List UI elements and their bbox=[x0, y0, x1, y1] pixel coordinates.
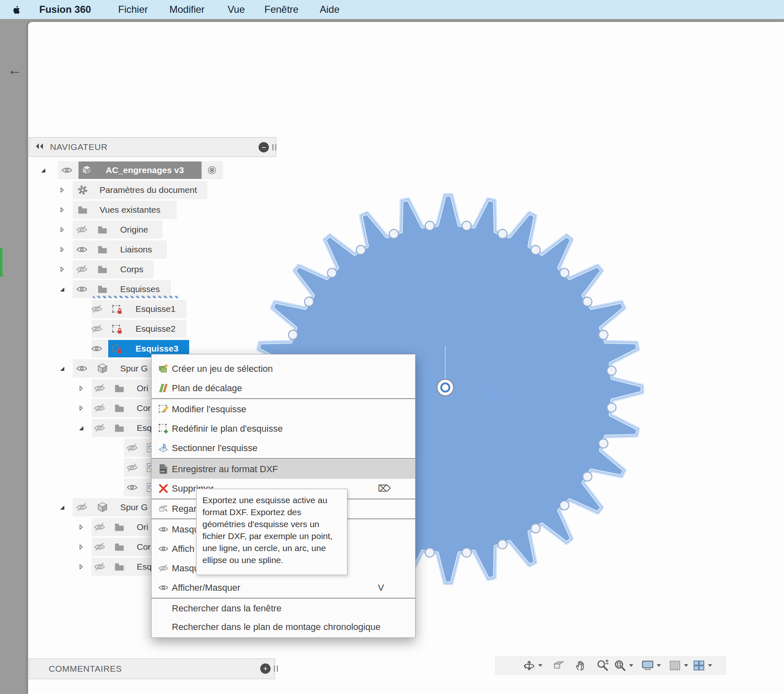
menubar-app-name[interactable]: Fusion 360 bbox=[39, 0, 91, 19]
tooth-root-relief-circle[interactable] bbox=[304, 297, 314, 306]
tooth-root-relief-circle[interactable] bbox=[390, 229, 399, 238]
menubar-item-modifier[interactable]: Modifier bbox=[169, 0, 204, 19]
menubar-item-vue[interactable]: Vue bbox=[228, 0, 245, 19]
expanded-triangle-icon[interactable] bbox=[57, 497, 67, 517]
tooth-root-relief-circle[interactable] bbox=[560, 269, 569, 278]
tooth-root-relief-circle[interactable] bbox=[583, 297, 592, 306]
tooltip-text-line: ellipse ou une spline. bbox=[202, 554, 341, 566]
comments-panel-header[interactable]: COMMENTAIRES + bbox=[29, 658, 275, 679]
sketch-origin-center[interactable] bbox=[441, 383, 449, 392]
visibility-eye-icon[interactable] bbox=[75, 279, 88, 299]
tooth-root-relief-circle[interactable] bbox=[425, 221, 434, 231]
tooth-root-relief-circle[interactable] bbox=[498, 540, 507, 549]
tree-row-paramtresdudocument[interactable]: Paramètres du document bbox=[0, 180, 289, 200]
expanded-triangle-icon[interactable] bbox=[57, 279, 67, 299]
visibility-eye-off-icon[interactable] bbox=[93, 557, 106, 577]
look-at-button[interactable] bbox=[551, 658, 567, 673]
tooth-root-relief-circle[interactable] bbox=[462, 221, 471, 231]
tree-row-esquisse2[interactable]: Esquisse2 bbox=[0, 319, 289, 339]
visibility-eye-off-icon[interactable] bbox=[126, 458, 139, 478]
visibility-eye-off-icon[interactable] bbox=[93, 517, 106, 537]
tree-row-acengrenagesv3[interactable]: AC_engrenages v3 bbox=[0, 160, 289, 180]
visibility-eye-off-icon[interactable] bbox=[93, 418, 106, 438]
expanded-triangle-icon[interactable] bbox=[76, 418, 86, 438]
tooth-root-relief-circle[interactable] bbox=[607, 366, 616, 375]
tooth-root-relief-circle[interactable] bbox=[599, 330, 608, 340]
zoom-button[interactable] bbox=[594, 658, 611, 673]
tooth-root-relief-circle[interactable] bbox=[583, 472, 592, 481]
comments-grip-handle[interactable] bbox=[274, 665, 278, 672]
menu-item-rechercher-dans-la-fen-tre[interactable]: Rechercher dans la fenêtre bbox=[152, 599, 415, 618]
collapse-panel-arrows-icon[interactable] bbox=[34, 143, 45, 152]
menubar-item-aide[interactable]: Aide bbox=[320, 0, 340, 19]
menubar-item-fichier[interactable]: Fichier bbox=[118, 0, 148, 19]
tooth-root-relief-circle[interactable] bbox=[356, 245, 365, 254]
tooth-root-relief-circle[interactable] bbox=[425, 548, 434, 557]
collapsed-chevron-icon[interactable] bbox=[76, 398, 86, 418]
collapsed-chevron-icon[interactable] bbox=[57, 200, 67, 220]
expanded-triangle-icon[interactable] bbox=[38, 160, 48, 180]
visibility-eye-off-icon[interactable] bbox=[90, 319, 103, 339]
tooth-root-relief-circle[interactable] bbox=[462, 548, 471, 557]
display-settings-button[interactable] bbox=[639, 658, 663, 673]
activate-component-radio[interactable] bbox=[206, 160, 218, 180]
sketch-lock-icon bbox=[111, 299, 123, 319]
visibility-eye-off-icon[interactable] bbox=[75, 259, 88, 279]
add-comment-button[interactable]: + bbox=[260, 663, 271, 674]
tree-row-corps[interactable]: Corps bbox=[0, 259, 289, 279]
collapsed-chevron-icon[interactable] bbox=[76, 517, 86, 537]
menubar-item-fentre[interactable]: Fenêtre bbox=[264, 0, 299, 19]
orbit-button[interactable] bbox=[520, 658, 544, 673]
menu-item-sectionner-l-esquisse[interactable]: Sectionner l'esquisse bbox=[152, 438, 415, 458]
visibility-eye-icon[interactable] bbox=[75, 240, 88, 259]
tooth-root-relief-circle[interactable] bbox=[531, 524, 540, 533]
tree-row-vuesexistantes[interactable]: Vues existantes bbox=[0, 200, 289, 220]
menu-item-plan-de-d-calage[interactable]: Plan de décalage bbox=[152, 378, 415, 398]
collapsed-chevron-icon[interactable] bbox=[57, 180, 67, 200]
grid-settings-button[interactable] bbox=[666, 658, 690, 673]
visibility-eye-off-icon[interactable] bbox=[90, 299, 103, 319]
collapsed-chevron-icon[interactable] bbox=[76, 557, 86, 577]
collapse-navigator-button[interactable]: − bbox=[259, 142, 269, 152]
tooth-root-relief-circle[interactable] bbox=[607, 403, 616, 412]
visibility-eye-icon[interactable] bbox=[90, 339, 103, 359]
menu-item-afficher-masquer[interactable]: Afficher/MasquerV bbox=[152, 578, 415, 597]
visibility-eye-icon[interactable] bbox=[126, 478, 139, 497]
pan-button[interactable] bbox=[573, 658, 589, 673]
collapsed-chevron-icon[interactable] bbox=[76, 537, 86, 557]
tooth-root-relief-circle[interactable] bbox=[599, 439, 608, 448]
visibility-eye-off-icon[interactable] bbox=[93, 537, 106, 557]
visibility-eye-off-icon[interactable] bbox=[93, 398, 106, 418]
tree-row-origine[interactable]: Origine bbox=[0, 220, 289, 240]
viewports-button[interactable] bbox=[690, 658, 714, 673]
tooth-root-relief-circle[interactable] bbox=[560, 501, 569, 510]
collapsed-chevron-icon[interactable] bbox=[57, 220, 67, 240]
tooth-root-relief-circle[interactable] bbox=[328, 269, 337, 278]
menu-item-cr-er-un-jeu-de-s-lection[interactable]: Créer un jeu de sélection bbox=[152, 359, 415, 378]
visibility-eye-off-icon[interactable] bbox=[75, 220, 88, 240]
tree-row-liaisons[interactable]: Liaisons bbox=[0, 240, 289, 259]
visibility-eye-icon[interactable] bbox=[75, 359, 88, 378]
navigator-grip-handle[interactable] bbox=[272, 144, 276, 150]
tooth-root-relief-circle[interactable] bbox=[498, 229, 507, 238]
visibility-eye-off-icon[interactable] bbox=[126, 438, 139, 458]
menu-item-rechercher-dans-le-plan-de-montage-chronologique[interactable]: Rechercher dans le plan de montage chron… bbox=[152, 618, 415, 636]
menu-item-red-finir-le-plan-d-esquisse[interactable]: Redéfinir le plan d'esquisse bbox=[152, 419, 415, 438]
visibility-eye-off-icon[interactable] bbox=[75, 497, 88, 517]
background-window-back-arrow[interactable]: ← bbox=[7, 61, 22, 78]
tree-row-esquisse1[interactable]: Esquisse1 bbox=[0, 299, 289, 319]
tooth-root-relief-circle[interactable] bbox=[531, 245, 540, 254]
window-zoom-button[interactable] bbox=[611, 658, 635, 673]
visibility-eye-icon[interactable] bbox=[60, 160, 74, 180]
collapsed-chevron-icon[interactable] bbox=[57, 259, 67, 279]
collapsed-chevron-icon[interactable] bbox=[57, 240, 67, 259]
collapsed-chevron-icon[interactable] bbox=[76, 378, 86, 398]
tooth-root-relief-circle[interactable] bbox=[288, 330, 297, 340]
tree-row-esquisses[interactable]: Esquisses bbox=[0, 279, 289, 299]
expanded-triangle-icon[interactable] bbox=[57, 359, 67, 378]
visibility-eye-off-icon[interactable] bbox=[93, 378, 106, 398]
menu-item-modifier-l-esquisse[interactable]: Modifier l'esquisse bbox=[152, 399, 415, 419]
menu-item-enregistrer-au-format-dxf[interactable]: DXFEnregistrer au format DXF bbox=[152, 459, 415, 479]
apple-icon[interactable] bbox=[11, 4, 21, 17]
navigator-panel-header[interactable]: NAVIGATEUR − bbox=[29, 137, 276, 157]
